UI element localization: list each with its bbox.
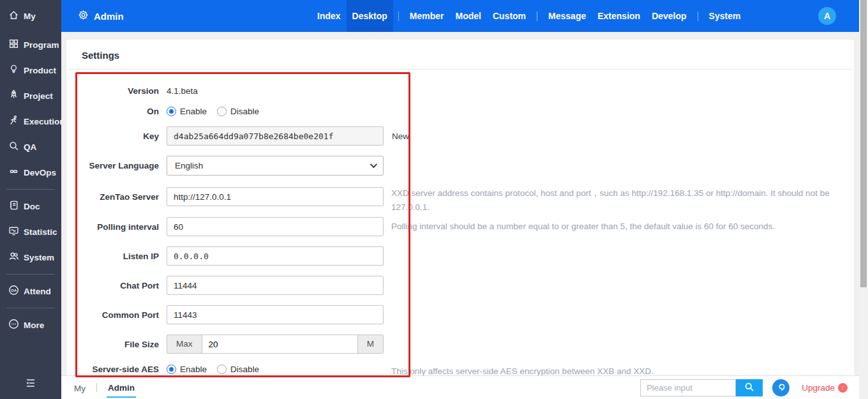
search-input[interactable] bbox=[640, 379, 736, 396]
polling-interval-label: Polling interval bbox=[61, 222, 159, 232]
aes-disable-radio[interactable] bbox=[217, 365, 227, 374]
nav-item-index[interactable]: Index bbox=[311, 0, 347, 32]
admin-brand[interactable]: Admin bbox=[78, 0, 124, 32]
sidebar-item-project[interactable]: Project bbox=[0, 83, 61, 109]
sidebar-item-product[interactable]: Product bbox=[0, 57, 61, 83]
form-row-common-port: Common Port bbox=[61, 305, 384, 324]
sidebar-item-label: Product bbox=[24, 66, 56, 75]
nav-divider bbox=[398, 11, 399, 21]
form-row-key: Key New bbox=[61, 126, 409, 146]
gear-icon bbox=[78, 10, 89, 22]
sidebar-item-label: Statistic bbox=[24, 227, 57, 237]
nav-divider bbox=[537, 11, 537, 21]
form-row-file-size: File Size Max M bbox=[61, 335, 384, 354]
sidebar-item-more[interactable]: More bbox=[0, 312, 61, 338]
footer-bar: My Admin Upgrade ↑ bbox=[61, 375, 859, 399]
sidebar-item-devops[interactable]: DevOps bbox=[0, 160, 61, 185]
top-header: Admin Index Desktop Member Model Custom … bbox=[61, 0, 859, 32]
notebook-icon bbox=[8, 200, 19, 213]
nav-item-develop[interactable]: Develop bbox=[646, 0, 692, 32]
on-enable-radio[interactable] bbox=[167, 107, 176, 116]
nav-item-desktop[interactable]: Desktop bbox=[347, 0, 393, 32]
aes-enable-label[interactable]: Enable bbox=[180, 365, 207, 374]
users-icon bbox=[8, 251, 19, 264]
rocket-icon bbox=[8, 89, 19, 102]
form-row-polling-interval: Polling interval bbox=[61, 217, 384, 236]
sidebar-item-attend[interactable]: OA Attend bbox=[0, 278, 61, 304]
aes-disable-label[interactable]: Disable bbox=[230, 365, 259, 374]
sidebar-item-system[interactable]: System bbox=[0, 245, 61, 270]
sidebar-collapse-button[interactable] bbox=[0, 370, 61, 399]
version-value: 4.1.beta bbox=[167, 86, 198, 96]
chat-port-label: Chat Port bbox=[61, 281, 159, 290]
on-disable-radio[interactable] bbox=[217, 107, 227, 116]
footer-tab-my[interactable]: My bbox=[73, 379, 87, 397]
sidebar-item-label: Doc bbox=[24, 202, 40, 211]
form-row-chat-port: Chat Port bbox=[61, 276, 384, 295]
listen-ip-input[interactable] bbox=[167, 246, 384, 266]
common-port-input[interactable] bbox=[167, 305, 384, 324]
nav-item-member[interactable]: Member bbox=[404, 0, 450, 32]
form-row-server-language: Server Language English bbox=[61, 156, 384, 175]
key-new-link[interactable]: New bbox=[392, 132, 409, 141]
sidebar-item-doc[interactable]: Doc bbox=[0, 193, 61, 219]
nav-divider bbox=[698, 11, 698, 21]
sidebar-item-label: Project bbox=[24, 91, 53, 101]
footer-tab-divider bbox=[96, 383, 97, 392]
nav-item-model[interactable]: Model bbox=[450, 0, 487, 32]
sidebar-item-label: Execution bbox=[24, 117, 65, 126]
chevron-down-icon bbox=[370, 161, 377, 168]
on-disable-label[interactable]: Disable bbox=[230, 107, 259, 116]
sidebar-item-label: QA bbox=[24, 142, 36, 152]
server-language-select[interactable]: English bbox=[167, 156, 384, 176]
svg-text:OA: OA bbox=[11, 289, 17, 292]
polling-interval-help: Polling interval should be a number equa… bbox=[391, 220, 838, 234]
admin-brand-label: Admin bbox=[94, 11, 124, 22]
zentao-server-input[interactable] bbox=[167, 187, 384, 206]
infinity-icon bbox=[8, 166, 19, 179]
zentao-logo-icon[interactable] bbox=[772, 379, 789, 396]
avatar[interactable]: A bbox=[818, 7, 836, 25]
search-button[interactable] bbox=[736, 379, 763, 396]
search-icon bbox=[744, 382, 754, 394]
sidebar-item-label: Program bbox=[24, 40, 59, 50]
scrollbar-thumb[interactable] bbox=[860, 0, 867, 287]
sidebar-item-label: DevOps bbox=[24, 168, 56, 177]
monitor-icon bbox=[8, 225, 19, 238]
on-enable-label[interactable]: Enable bbox=[180, 107, 207, 116]
form-row-on: On Enable Disable bbox=[61, 102, 384, 121]
key-label: Key bbox=[61, 132, 159, 141]
sidebar-item-label: Attend bbox=[24, 287, 51, 296]
sidebar-item-qa[interactable]: QA bbox=[0, 134, 61, 160]
sidebar-item-execution[interactable]: Execution bbox=[0, 109, 61, 134]
bulb-icon bbox=[8, 64, 19, 77]
sidebar-item-label: More bbox=[24, 320, 44, 330]
nav-item-custom[interactable]: Custom bbox=[487, 0, 532, 32]
sidebar-item-my[interactable]: My bbox=[0, 0, 61, 32]
server-language-value: English bbox=[175, 161, 203, 170]
sidebar-item-statistic[interactable]: Statistic bbox=[0, 219, 61, 245]
sidebar-item-label: My bbox=[24, 11, 36, 21]
server-language-label: Server Language bbox=[61, 161, 159, 170]
sidebar-item-label: System bbox=[24, 253, 54, 262]
vertical-scrollbar[interactable] bbox=[859, 0, 868, 399]
sidebar-divider bbox=[6, 189, 55, 190]
sidebar-divider bbox=[6, 274, 55, 275]
aes-enable-radio[interactable] bbox=[167, 365, 176, 374]
footer-tab-admin[interactable]: Admin bbox=[107, 378, 136, 398]
upgrade-label: Upgrade bbox=[802, 383, 835, 393]
chat-port-input[interactable] bbox=[167, 276, 384, 295]
grid-icon bbox=[8, 38, 19, 51]
nav-item-extension[interactable]: Extension bbox=[592, 0, 646, 32]
sidebar-item-program[interactable]: Program bbox=[0, 32, 61, 57]
nav-item-system[interactable]: System bbox=[703, 0, 747, 32]
collapse-menu-icon bbox=[24, 377, 37, 392]
common-port-label: Common Port bbox=[61, 310, 159, 320]
more-icon bbox=[8, 319, 19, 331]
polling-interval-input[interactable] bbox=[167, 217, 384, 236]
sidebar-divider bbox=[6, 308, 55, 308]
key-input[interactable] bbox=[167, 126, 384, 146]
file-size-input[interactable] bbox=[202, 335, 358, 354]
nav-item-message[interactable]: Message bbox=[542, 0, 592, 32]
upgrade-link[interactable]: Upgrade ↑ bbox=[802, 383, 848, 393]
